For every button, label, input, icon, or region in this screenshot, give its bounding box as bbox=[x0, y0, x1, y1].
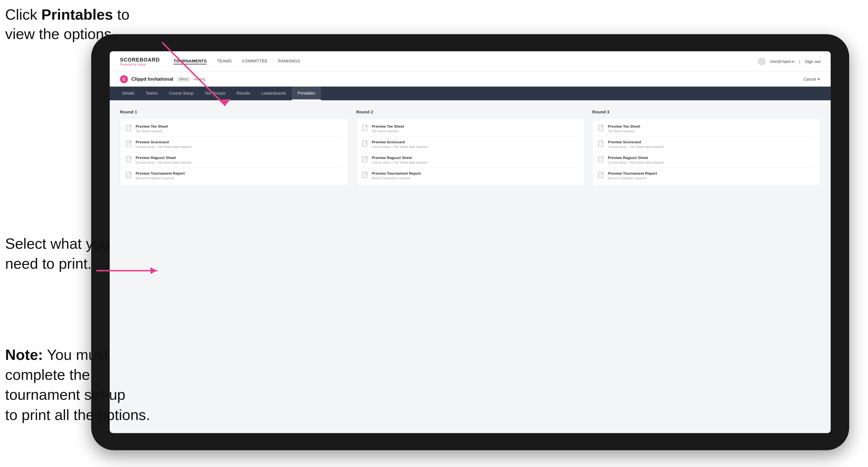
print-item-r1-2[interactable]: Preview Scorecard Course setup + Tee She… bbox=[126, 136, 342, 152]
print-item-title: Preview Tournament Report bbox=[372, 171, 421, 176]
print-item-content: Preview Tee Sheet Tee Sheet required bbox=[372, 124, 404, 133]
separator: | bbox=[799, 59, 800, 64]
cancel-button[interactable]: Cancel ✕ bbox=[804, 77, 820, 82]
print-item-sub: Course setup + Tee Sheet data required bbox=[136, 161, 191, 164]
top-nav-right: blair@clippd.io | Sign out bbox=[758, 58, 820, 65]
print-item-content: Preview Scorecard Course setup + Tee She… bbox=[608, 140, 663, 149]
doc-icon bbox=[598, 156, 604, 163]
print-item-r2-3[interactable]: Preview Raguzzi Sheet Course setup + Tee… bbox=[362, 152, 579, 168]
print-item-title: Preview Scorecard bbox=[372, 140, 428, 144]
print-item-content: Preview Tee Sheet Tee Sheet required bbox=[136, 124, 168, 133]
doc-icon bbox=[126, 172, 132, 179]
print-item-content: Preview Tournament Report Round Completi… bbox=[372, 171, 421, 180]
nav-rankings[interactable]: RANKINGS bbox=[278, 58, 300, 64]
print-item-content: Preview Raguzzi Sheet Course setup + Tee… bbox=[372, 156, 428, 164]
main-content: Round 1 Preview Tee Sheet Tee Sheet requ… bbox=[110, 100, 831, 433]
svg-line-0 bbox=[162, 43, 225, 105]
mid-arrow bbox=[91, 254, 171, 288]
round-section-3: Round 3 Preview Tee Sheet Tee Sheet requ… bbox=[592, 110, 820, 186]
print-item-title: Preview Tournament Report bbox=[608, 171, 657, 176]
print-item-r1-3[interactable]: Preview Raguzzi Sheet Course setup + Tee… bbox=[126, 152, 342, 168]
user-email: blair@clippd.io bbox=[770, 59, 795, 64]
print-item-content: Preview Tournament Report Round Completi… bbox=[608, 171, 657, 180]
print-item-r3-2[interactable]: Preview Scorecard Course setup + Tee She… bbox=[598, 136, 814, 152]
tab-printables[interactable]: Printables bbox=[292, 87, 321, 100]
round-card-2: Preview Tee Sheet Tee Sheet required Pre… bbox=[356, 118, 585, 186]
user-avatar bbox=[758, 58, 766, 65]
print-item-title: Preview Raguzzi Sheet bbox=[372, 156, 428, 160]
svg-marker-3 bbox=[151, 267, 157, 274]
doc-icon bbox=[362, 141, 368, 148]
print-item-title: Preview Raguzzi Sheet bbox=[136, 156, 191, 160]
print-item-r2-1[interactable]: Preview Tee Sheet Tee Sheet required bbox=[362, 124, 579, 136]
print-item-r1-4[interactable]: Preview Tournament Report Round Completi… bbox=[126, 168, 342, 180]
print-item-r3-1[interactable]: Preview Tee Sheet Tee Sheet required bbox=[598, 124, 814, 136]
print-item-sub: Round Completion required bbox=[136, 176, 185, 180]
print-item-title: Preview Raguzzi Sheet bbox=[608, 156, 663, 160]
print-item-content: Preview Scorecard Course setup + Tee She… bbox=[136, 140, 191, 149]
print-item-sub: Tee Sheet required bbox=[136, 129, 168, 133]
annotation-bold: Printables bbox=[41, 6, 113, 23]
print-item-title: Preview Tee Sheet bbox=[608, 124, 640, 128]
tab-leaderboards[interactable]: Leaderboards bbox=[256, 87, 292, 100]
print-item-title: Preview Scorecard bbox=[136, 140, 191, 144]
print-item-sub: Course setup + Tee Sheet data required bbox=[136, 145, 191, 149]
print-item-r2-4[interactable]: Preview Tournament Report Round Completi… bbox=[362, 168, 579, 180]
doc-icon bbox=[598, 172, 604, 179]
doc-icon bbox=[126, 125, 132, 132]
nav-committee[interactable]: COMMITTEE bbox=[242, 58, 268, 64]
print-item-title: Preview Tee Sheet bbox=[136, 124, 168, 128]
round-card-1: Preview Tee Sheet Tee Sheet required Pre… bbox=[120, 118, 348, 186]
round-section-1: Round 1 Preview Tee Sheet Tee Sheet requ… bbox=[120, 110, 348, 186]
print-item-r3-4[interactable]: Preview Tournament Report Round Completi… bbox=[598, 168, 814, 180]
print-item-content: Preview Raguzzi Sheet Course setup + Tee… bbox=[608, 156, 663, 164]
round-title-2: Round 2 bbox=[356, 110, 585, 114]
annotation-bot: Note: You mustcomplete thetournament set… bbox=[5, 345, 150, 425]
doc-icon bbox=[126, 156, 132, 163]
print-item-title: Preview Scorecard bbox=[608, 140, 663, 144]
sign-out-link[interactable]: Sign out bbox=[805, 59, 820, 64]
print-item-content: Preview Tournament Report Round Completi… bbox=[136, 171, 185, 180]
round-card-3: Preview Tee Sheet Tee Sheet required Pre… bbox=[592, 118, 820, 186]
tab-results[interactable]: Results bbox=[231, 87, 256, 100]
print-item-sub: Round Completion required bbox=[372, 176, 421, 180]
doc-icon bbox=[362, 156, 368, 163]
print-item-title: Preview Tournament Report bbox=[136, 171, 185, 176]
doc-icon bbox=[598, 125, 604, 132]
doc-icon bbox=[362, 172, 368, 179]
print-item-sub: Course setup + Tee Sheet data required bbox=[608, 161, 663, 164]
print-item-r3-3[interactable]: Preview Raguzzi Sheet Course setup + Tee… bbox=[598, 152, 814, 168]
print-item-content: Preview Scorecard Course setup + Tee She… bbox=[372, 140, 428, 149]
print-item-sub: Tee Sheet required bbox=[608, 129, 640, 133]
svg-marker-1 bbox=[219, 99, 231, 105]
doc-icon bbox=[362, 125, 368, 132]
doc-icon bbox=[598, 141, 604, 148]
print-item-content: Preview Tee Sheet Tee Sheet required bbox=[608, 124, 640, 133]
print-item-title: Preview Tee Sheet bbox=[372, 124, 404, 128]
rounds-container: Round 1 Preview Tee Sheet Tee Sheet requ… bbox=[120, 110, 820, 186]
print-item-sub: Course setup + Tee Sheet data required bbox=[372, 161, 428, 164]
top-arrow bbox=[88, 37, 231, 117]
doc-icon bbox=[126, 141, 132, 148]
print-item-content: Preview Raguzzi Sheet Course setup + Tee… bbox=[136, 156, 191, 164]
print-item-sub: Round Completion required bbox=[608, 176, 657, 180]
print-item-r2-2[interactable]: Preview Scorecard Course setup + Tee She… bbox=[362, 136, 579, 152]
print-item-sub: Course setup + Tee Sheet data required bbox=[608, 145, 663, 149]
top-nav-links: TOURNAMENTS TEAMS COMMITTEE RANKINGS bbox=[174, 58, 758, 64]
round-section-2: Round 2 Preview Tee Sheet Tee Sheet requ… bbox=[356, 110, 585, 186]
print-item-sub: Course setup + Tee Sheet data required bbox=[372, 145, 428, 149]
round-title-3: Round 3 bbox=[592, 110, 820, 114]
print-item-sub: Tee Sheet required bbox=[372, 129, 404, 133]
print-item-r1-1[interactable]: Preview Tee Sheet Tee Sheet required bbox=[126, 124, 342, 136]
